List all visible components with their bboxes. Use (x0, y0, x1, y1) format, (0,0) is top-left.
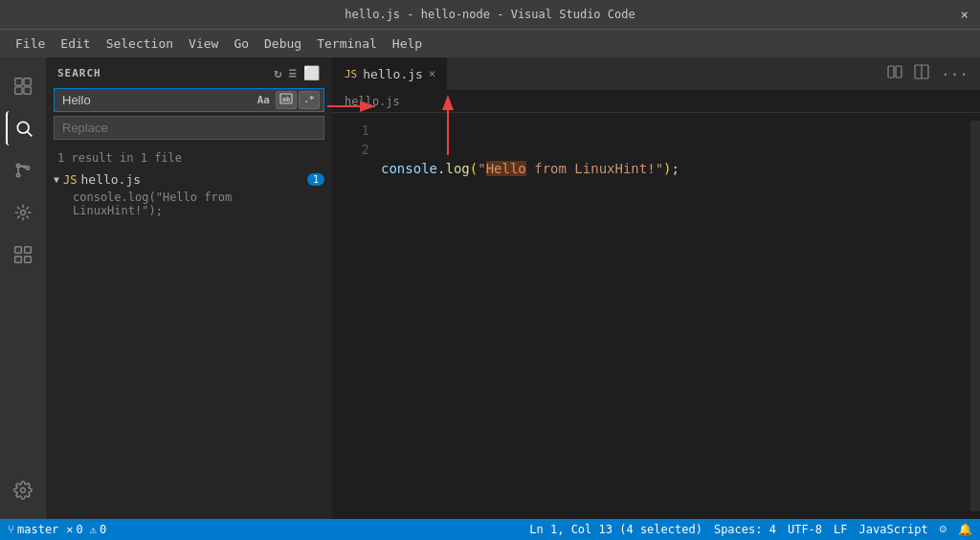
svg-line-5 (28, 132, 33, 137)
encoding-status[interactable]: UTF-8 (788, 523, 822, 536)
line-ending-label: LF (834, 523, 847, 536)
tab-bar-actions: ··· (883, 62, 980, 85)
toggle-layout-icon[interactable] (910, 62, 933, 85)
warning-count: 0 (100, 523, 106, 536)
svg-rect-12 (25, 247, 32, 254)
smiley-icon: ☺ (940, 523, 947, 536)
menu-bar: File Edit Selection View Go Debug Termin… (0, 29, 980, 57)
svg-rect-13 (15, 257, 22, 263)
debug-icon[interactable] (6, 195, 40, 230)
git-branch-icon: ⑂ (8, 523, 14, 536)
svg-rect-23 (888, 66, 894, 78)
encoding-label: UTF-8 (788, 523, 822, 536)
status-right: Ln 1, Col 13 (4 selected) Spaces: 4 UTF-… (529, 523, 972, 536)
explorer-icon[interactable] (6, 69, 40, 103)
settings-icon[interactable] (6, 473, 40, 507)
svg-rect-11 (15, 247, 22, 254)
scrollbar[interactable] (970, 121, 980, 511)
tab-bar: JS hello.js × ··· (333, 57, 980, 91)
error-count: 0 (77, 523, 83, 536)
git-icon[interactable] (6, 153, 40, 188)
search-input[interactable] (58, 91, 254, 109)
git-branch-name: master (17, 523, 58, 536)
line-ending-status[interactable]: LF (834, 523, 847, 536)
errors-status[interactable]: ✕ 0 ⚠ 0 (66, 523, 106, 536)
svg-point-10 (21, 211, 26, 215)
expand-arrow-icon: ▼ (54, 174, 59, 185)
svg-point-7 (16, 173, 19, 176)
menu-debug[interactable]: Debug (256, 33, 309, 55)
cursor-position: Ln 1, Col 13 (4 selected) (529, 523, 702, 536)
warning-icon: ⚠ (90, 523, 97, 536)
match-word-button[interactable]: ab (276, 91, 297, 109)
clear-results-icon[interactable]: ⬜ (303, 65, 321, 80)
code-line-1: console.log("Hello from LinuxHint!"); (381, 159, 961, 178)
menu-go[interactable]: Go (226, 33, 256, 55)
close-button[interactable]: × (961, 7, 969, 22)
file-result: ▼ JS hello.js 1 console.log("Hello from … (46, 169, 332, 221)
refresh-results-icon[interactable]: ↻ (274, 65, 282, 80)
feedback-icon[interactable]: ☺ (940, 523, 947, 536)
svg-rect-24 (896, 66, 902, 78)
language-status[interactable]: JavaScript (859, 523, 928, 536)
svg-rect-14 (25, 257, 32, 263)
search-area: Aa ab .* (46, 88, 332, 147)
code-line-2 (381, 216, 961, 236)
search-panel: SEARCH ↻ ≡ ⬜ Aa ab (46, 57, 333, 519)
file-result-header[interactable]: ▼ JS hello.js 1 (46, 170, 332, 189)
activity-bar (0, 57, 46, 519)
svg-rect-0 (15, 79, 22, 85)
collapse-results-icon[interactable]: ≡ (289, 65, 298, 80)
minimap (961, 121, 970, 511)
file-match-count: 1 (307, 173, 324, 186)
menu-view[interactable]: View (181, 33, 226, 55)
search-panel-title: SEARCH (57, 67, 101, 79)
search-header-icons: ↻ ≡ ⬜ (274, 65, 321, 80)
replace-input[interactable] (58, 119, 320, 137)
split-editor-icon[interactable] (883, 62, 906, 85)
menu-edit[interactable]: Edit (53, 33, 98, 55)
error-icon: ✕ (66, 523, 73, 536)
tab-close-button[interactable]: × (429, 67, 435, 80)
menu-selection[interactable]: Selection (99, 33, 181, 55)
search-panel-header: SEARCH ↻ ≡ ⬜ (46, 57, 332, 88)
svg-text:.*: .* (304, 95, 315, 104)
svg-point-15 (21, 488, 26, 493)
more-actions-icon[interactable]: ··· (937, 63, 972, 85)
svg-point-4 (17, 122, 29, 133)
spaces-label: Spaces: 4 (714, 523, 776, 536)
title-bar: hello.js - hello-node - Visual Studio Co… (0, 0, 980, 29)
cursor-position-status[interactable]: Ln 1, Col 13 (4 selected) (529, 523, 702, 536)
editor-content: 1 2 console.log("Hello from LinuxHint!")… (333, 113, 980, 519)
search-options: Aa ab .* (254, 91, 320, 109)
spaces-status[interactable]: Spaces: 4 (714, 523, 776, 536)
line-number-1: 1 (333, 121, 369, 140)
tab-file-icon: JS (345, 68, 357, 80)
bell-icon: 🔔 (958, 523, 972, 536)
menu-help[interactable]: Help (385, 33, 430, 55)
breadcrumb: hello.js (333, 91, 980, 113)
file-icon: JS (63, 173, 77, 187)
status-bar: ⑂ master ✕ 0 ⚠ 0 Ln 1, Col 13 (4 selecte… (0, 519, 980, 540)
line-number-2: 2 (333, 140, 369, 159)
file-match-line[interactable]: console.log("Hello from LinuxHint!"); (46, 189, 332, 219)
code-content[interactable]: console.log("Hello from LinuxHint!"); (381, 121, 961, 511)
language-label: JavaScript (859, 523, 928, 536)
svg-text:ab: ab (282, 96, 290, 103)
match-case-button[interactable]: Aa (254, 92, 274, 108)
menu-file[interactable]: File (8, 33, 53, 55)
extensions-icon[interactable] (6, 237, 40, 272)
editor-tab-hello-js[interactable]: JS hello.js × (333, 57, 448, 90)
menu-terminal[interactable]: Terminal (309, 33, 385, 55)
search-activity-icon[interactable] (6, 111, 40, 146)
window-title: hello.js - hello-node - Visual Studio Co… (345, 8, 635, 21)
search-results-info: 1 result in 1 file (46, 147, 332, 169)
svg-rect-3 (24, 87, 31, 94)
file-name: hello.js (80, 172, 306, 187)
main-layout: SEARCH ↻ ≡ ⬜ Aa ab (0, 57, 980, 519)
svg-rect-2 (15, 87, 22, 94)
use-regex-button[interactable]: .* (299, 91, 320, 109)
search-input-row: Aa ab .* (54, 88, 324, 112)
notifications-icon[interactable]: 🔔 (958, 523, 972, 536)
git-branch-status[interactable]: ⑂ master (8, 523, 58, 536)
